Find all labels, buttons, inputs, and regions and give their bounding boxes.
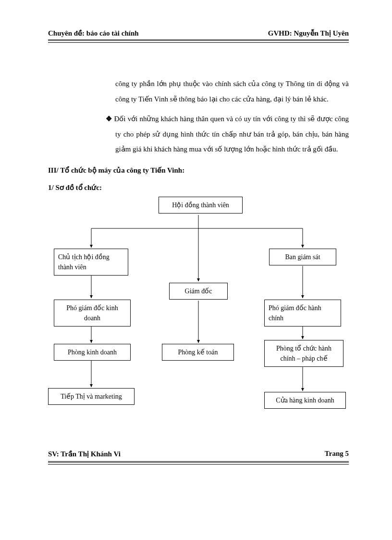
page-header: Chuyên đề: báo cáo tài chính GVHD: Nguyễ… — [48, 29, 349, 38]
node-tiep-thi-marketing: Tiếp Thị và marketing — [48, 388, 135, 405]
sub-heading: 1/ Sơ đồ tổ chức: — [48, 183, 349, 192]
node-phong-ke-toan: Phòng kế toán — [162, 344, 234, 361]
body-text: công ty phần lớn phụ thuộc vào chính sác… — [48, 76, 349, 157]
header-rule — [48, 39, 349, 43]
paragraph-2-text: Đối với những khách hàng thân quen và có… — [114, 115, 349, 153]
section-heading: III/ Tổ chức bộ máy của công ty Tiến Vin… — [48, 166, 349, 175]
node-ban-giam-sat: Ban giám sát — [269, 249, 336, 265]
footer-left: SV: Trần Thị Khánh Vi — [48, 450, 121, 458]
footer-right: Trang 5 — [325, 450, 349, 458]
node-hoi-dong-thanh-vien: Hội đồng thành viên — [159, 197, 243, 213]
node-pgd-hanh-chinh: Phó giám đốc hành chính — [264, 300, 341, 327]
page-footer: SV: Trần Thị Khánh Vi Trang 5 — [48, 450, 349, 458]
footer-rule — [48, 461, 349, 465]
paragraph-1: công ty phần lớn phụ thuộc vào chính sác… — [115, 76, 349, 107]
node-chu-tich: Chủ tịch hội đồng thành viên — [54, 249, 128, 276]
header-right: GVHD: Nguyễn Thị Uyên — [268, 29, 349, 38]
header-left: Chuyên đề: báo cáo tài chính — [48, 29, 139, 38]
diamond-bullet-icon: ❖ — [106, 115, 114, 123]
node-cua-hang-kinh-doanh: Cửa hàng kinh doanh — [264, 392, 346, 409]
org-chart: Hội đồng thành viên Chủ tịch hội đồng th… — [48, 195, 349, 445]
paragraph-2: ❖ Đối với những khách hàng thân quen và … — [106, 112, 349, 157]
node-giam-doc: Giám đốc — [169, 283, 228, 300]
node-pgd-kinh-doanh: Phó giám đốc kinh doanh — [54, 300, 131, 327]
node-phong-kinh-doanh: Phòng kinh doanh — [54, 344, 131, 361]
node-phong-to-chuc: Phòng tổ chức hành chính – pháp chế — [264, 340, 343, 367]
